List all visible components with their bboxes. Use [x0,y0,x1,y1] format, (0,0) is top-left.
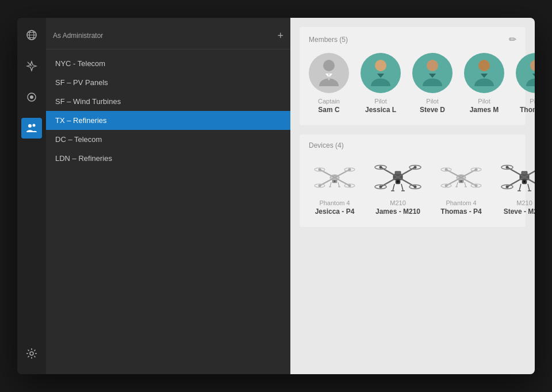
svg-point-14 [375,60,386,71]
svg-line-38 [338,182,339,187]
sidebar-header: As Administrator + [46,22,290,49]
device-item: Phantom 4 Jesicca - P4 [309,157,361,216]
member-name: Jessica L [365,106,396,114]
devices-header: Devices (4) [309,141,516,149]
member-avatar-samc [309,53,349,93]
svg-point-98 [524,180,525,182]
svg-point-36 [334,180,336,182]
members-header: Members (5) ✏ [309,34,516,45]
device-type: M210 [390,199,406,206]
svg-line-79 [465,182,466,187]
svg-point-7 [28,124,32,128]
svg-line-58 [393,184,394,191]
svg-point-57 [397,180,398,182]
svg-point-51 [379,166,382,168]
svg-point-75 [475,184,478,187]
svg-point-32 [348,168,351,171]
svg-point-9 [30,352,33,355]
member-name: Sam C [318,106,339,114]
globe-icon[interactable] [21,25,42,45]
svg-line-99 [519,184,521,191]
svg-point-33 [319,184,321,187]
svg-point-53 [379,185,382,188]
device-name: James - M210 [375,207,420,216]
member-role: Pilot [426,98,438,105]
svg-point-17 [530,60,535,71]
device-type: Phantom 4 [446,199,476,206]
svg-point-34 [348,184,351,187]
svg-point-8 [33,124,36,127]
member-item: Pilot Thomas J [516,53,535,114]
svg-line-24 [335,170,350,178]
device-type: M210 [516,199,532,206]
member-item: Pilot James M [464,53,504,114]
svg-line-64 [446,170,461,178]
flight-icon[interactable] [21,56,42,76]
members-edit-button[interactable]: ✏ [509,34,516,45]
svg-point-13 [328,78,330,80]
svg-rect-83 [522,171,527,175]
device-item: M210 Steve - M210 [499,157,535,216]
member-role: Pilot [374,98,386,105]
svg-point-94 [506,185,509,188]
sidebar-item-nyc-telecom[interactable]: NYC - Telecom [46,54,290,73]
device-item: Phantom 4 Thomas - P4 [435,157,487,216]
member-avatar-thomasj [516,53,535,93]
member-role: Captain [318,98,340,105]
sidebar-item-ldn-refineries[interactable]: LDN – Refineries [46,149,290,168]
sidebar-item-tx-refineries[interactable]: TX – Refineries [46,111,290,130]
member-role: Pilot [530,98,535,105]
icon-strip [17,18,46,374]
svg-point-31 [319,168,321,171]
sidebar-item-sf-pv[interactable]: SF – PV Panels [46,73,290,92]
svg-line-23 [320,170,335,178]
svg-point-92 [506,166,509,168]
svg-line-100 [528,184,530,191]
svg-point-12 [328,76,330,78]
device-image-phantom1 [309,157,361,195]
svg-line-37 [330,182,331,187]
member-name: Thomas J [520,106,535,114]
member-role: Pilot [478,98,490,105]
device-name: Thomas - P4 [440,207,481,216]
devices-grid: Phantom 4 Jesicca - P4 [309,157,516,216]
device-name: Steve - M210 [504,207,535,216]
add-group-button[interactable]: + [277,30,283,41]
svg-rect-42 [395,171,401,175]
device-image-m210-1 [372,157,424,195]
members-section: Members (5) ✏ [300,27,526,125]
device-image-m210-2 [499,157,535,195]
device-image-phantom2 [435,157,487,195]
sidebar-item-sf-wind[interactable]: SF – Wind Turbines [46,92,290,111]
app-window: As Administrator + NYC - Telecom SF – PV… [17,18,535,374]
member-name: Steve D [420,106,445,114]
member-avatar-jessical [361,53,401,93]
member-avatar-jamesm [464,53,504,93]
sidebar-item-dc-telecom[interactable]: DC – Telecom [46,130,290,149]
device-name: Jesicca - P4 [315,207,355,216]
svg-point-74 [445,184,448,187]
svg-point-10 [323,60,335,71]
member-item: Captain Sam C [309,53,349,114]
svg-point-77 [460,180,462,182]
svg-point-11 [328,74,330,75]
main-content: Members (5) ✏ [290,18,535,374]
nav-list: As Administrator + NYC - Telecom SF – PV… [46,18,290,374]
admin-label: As Administrator [53,32,103,40]
device-item: M210 James - M210 [372,157,424,216]
member-name: James M [470,106,499,114]
svg-point-72 [445,168,448,171]
sidebar-nav: NYC - Telecom SF – PV Panels SF – Wind T… [46,49,290,172]
svg-point-6 [30,95,33,99]
devices-section: Devices (4) [300,134,526,227]
devices-title: Devices (4) [309,141,344,149]
settings-icon[interactable] [21,347,42,367]
chart-icon[interactable] [21,87,42,107]
svg-point-73 [475,168,478,171]
device-type: Phantom 4 [319,199,350,206]
team-icon[interactable] [21,118,42,139]
svg-point-16 [478,60,490,71]
svg-line-65 [461,170,476,178]
svg-line-59 [401,184,403,191]
member-avatar-steved [412,53,453,93]
